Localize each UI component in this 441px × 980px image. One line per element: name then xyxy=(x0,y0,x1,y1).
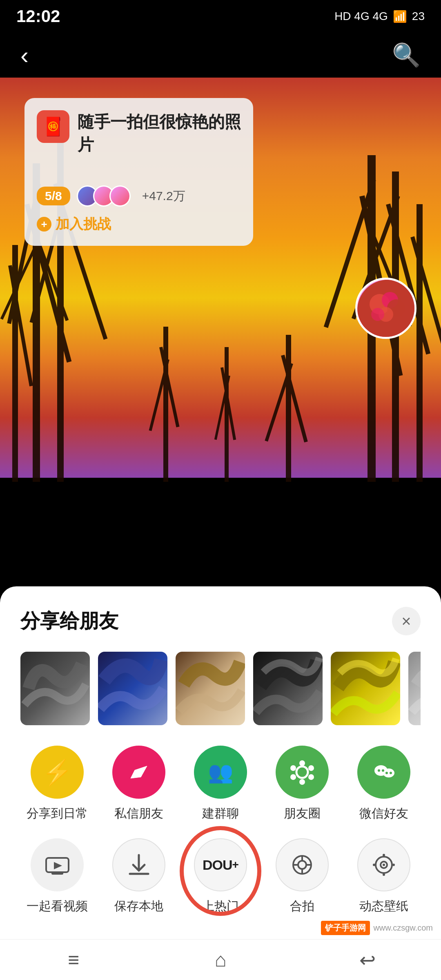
challenge-text-area: 随手一拍但很惊艳的照片 xyxy=(78,110,241,161)
svg-marker-50 xyxy=(54,862,62,869)
status-icons: HD 4G 4G 📶 23 xyxy=(334,10,425,23)
action-hot-trending[interactable]: DOU+ 上热门 xyxy=(184,838,257,915)
save-local-icon xyxy=(112,838,165,891)
share-daily-label: 分享到日常 xyxy=(27,805,88,822)
action-live-wallpaper[interactable]: 动态壁纸 xyxy=(347,838,421,915)
private-message-label: 私信朋友 xyxy=(114,805,163,822)
filter-thumb-5[interactable] xyxy=(331,652,400,725)
home-icon: ⌂ xyxy=(215,949,227,971)
svg-marker-34 xyxy=(131,766,147,778)
top-navigation: ‹ 🔍 xyxy=(0,33,441,78)
hot-trending-label: 上热门 xyxy=(202,898,239,915)
watermark: 铲子手游网 www.czsgw.com xyxy=(321,921,433,935)
svg-point-39 xyxy=(299,779,305,785)
challenge-count: +47.2万 xyxy=(142,188,185,205)
action-grid: ⚡ 分享到日常 私信朋友 👥 建群聊 xyxy=(20,746,421,915)
action-moments[interactable]: 朋友圈 xyxy=(265,746,339,822)
moments-icon xyxy=(276,746,329,799)
svg-point-54 xyxy=(298,861,306,869)
live-wallpaper-icon xyxy=(357,838,410,891)
collab-icon xyxy=(276,838,329,891)
svg-point-43 xyxy=(383,768,394,777)
challenge-badge-row: 5/8 +47.2万 xyxy=(37,185,241,207)
search-button[interactable]: 🔍 xyxy=(392,42,421,69)
wechat-friend-icon xyxy=(357,746,410,799)
action-watch-together[interactable]: 一起看视频 xyxy=(20,838,94,915)
live-wallpaper-label: 动态壁纸 xyxy=(359,898,408,915)
action-wechat-friend[interactable]: 微信好友 xyxy=(347,746,421,822)
filter-thumb-4[interactable] xyxy=(253,652,323,725)
status-battery: 23 xyxy=(412,10,425,23)
svg-point-41 xyxy=(290,765,296,771)
svg-point-38 xyxy=(308,774,314,780)
status-wifi-icon: 📶 xyxy=(393,10,407,23)
svg-point-61 xyxy=(383,864,385,866)
svg-point-44 xyxy=(378,769,380,772)
svg-rect-22 xyxy=(225,347,229,482)
svg-rect-49 xyxy=(51,872,63,875)
svg-point-62 xyxy=(383,854,385,856)
challenge-badge: 5/8 xyxy=(37,187,70,205)
svg-point-36 xyxy=(299,760,305,766)
flower-circle-thumbnail[interactable] xyxy=(355,278,416,339)
filter-row xyxy=(20,652,421,725)
close-button[interactable]: × xyxy=(392,607,421,635)
action-collab[interactable]: 合拍 xyxy=(265,838,339,915)
svg-point-45 xyxy=(382,769,384,772)
svg-point-47 xyxy=(390,772,392,774)
status-bar: 12:02 HD 4G 4G 📶 23 xyxy=(0,0,441,33)
status-time: 12:02 xyxy=(16,7,60,26)
watermark-logo: 铲子手游网 xyxy=(321,921,370,935)
join-label: 加入挑战 xyxy=(56,215,111,234)
watch-together-label: 一起看视频 xyxy=(27,898,88,915)
filter-thumb-3[interactable] xyxy=(176,652,245,725)
sheet-title: 分享给朋友 xyxy=(20,608,118,634)
action-share-daily[interactable]: ⚡ 分享到日常 xyxy=(20,746,94,822)
back-system-icon: ↩ xyxy=(359,949,376,971)
filter-thumb-1[interactable] xyxy=(20,652,90,725)
filter-thumb-2[interactable] xyxy=(98,652,167,725)
menu-icon: ≡ xyxy=(68,949,79,971)
status-network: HD 4G 4G xyxy=(334,10,388,23)
action-save-local[interactable]: 保存本地 xyxy=(102,838,176,915)
filter-thumb-6[interactable] xyxy=(408,652,421,725)
svg-rect-17 xyxy=(416,204,423,482)
challenge-avatars xyxy=(77,185,131,207)
action-create-group[interactable]: 👥 建群聊 xyxy=(184,746,257,822)
watermark-url: www.czsgw.com xyxy=(373,923,433,933)
svg-point-37 xyxy=(308,765,314,771)
create-group-label: 建群聊 xyxy=(202,805,239,822)
save-local-label: 保存本地 xyxy=(114,898,163,915)
svg-point-33 xyxy=(371,308,384,321)
svg-rect-9 xyxy=(8,265,33,386)
sheet-header: 分享给朋友 × xyxy=(20,607,421,635)
private-message-icon xyxy=(112,746,165,799)
share-daily-icon: ⚡ xyxy=(31,746,84,799)
svg-rect-19 xyxy=(163,327,168,482)
svg-point-46 xyxy=(385,772,388,774)
avatar xyxy=(109,185,131,207)
watch-together-icon xyxy=(31,838,84,891)
wechat-friend-label: 微信好友 xyxy=(359,805,408,822)
svg-point-40 xyxy=(290,774,296,780)
svg-point-35 xyxy=(296,766,308,778)
hot-trending-icon: DOU+ xyxy=(194,838,247,891)
svg-rect-25 xyxy=(286,335,291,482)
nav-menu[interactable]: ≡ xyxy=(57,944,90,976)
collab-label: 合拍 xyxy=(290,898,314,915)
nav-home[interactable]: ⌂ xyxy=(204,944,237,976)
svg-point-64 xyxy=(373,864,375,866)
svg-point-63 xyxy=(383,873,385,876)
back-button[interactable]: ‹ xyxy=(20,41,29,69)
svg-point-65 xyxy=(392,864,395,866)
join-icon: + xyxy=(37,217,51,232)
nav-back-system[interactable]: ↩ xyxy=(351,944,384,976)
svg-rect-26 xyxy=(281,355,308,443)
moments-label: 朋友圈 xyxy=(284,805,321,822)
action-private-message[interactable]: 私信朋友 xyxy=(102,746,176,822)
challenge-icon: 🧧 xyxy=(37,110,69,143)
join-challenge-button[interactable]: + 加入挑战 xyxy=(37,215,111,234)
create-group-icon: 👥 xyxy=(194,746,247,799)
challenge-title: 随手一拍但很惊艳的照片 xyxy=(78,110,241,156)
challenge-card: 🧧 随手一拍但很惊艳的照片 5/8 +47.2万 + 加入挑战 xyxy=(24,98,253,246)
